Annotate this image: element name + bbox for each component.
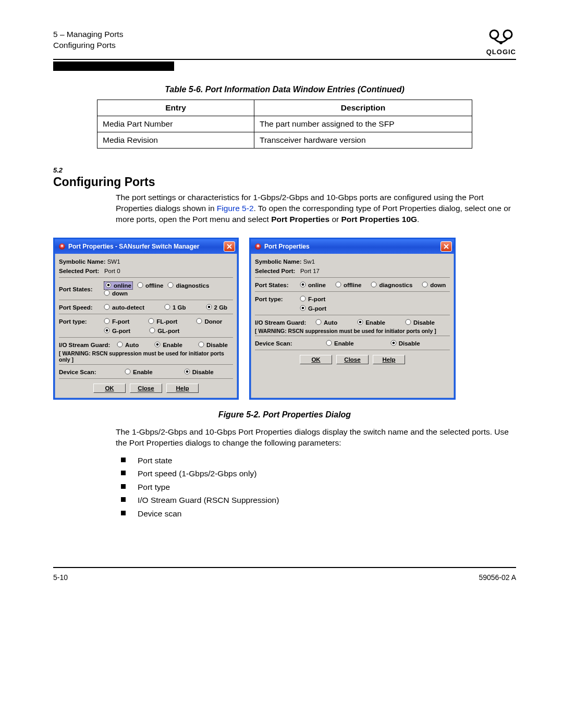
radio-option-Auto[interactable]: Auto: [315, 319, 337, 326]
radio-icon: [117, 341, 123, 349]
radio-label: online: [114, 282, 131, 289]
java-icon: [255, 243, 261, 250]
svg-point-8: [168, 282, 173, 288]
radio-option-FL-port[interactable]: FL-port: [148, 318, 177, 325]
radio-icon: [104, 318, 110, 325]
radio-option-GL-port[interactable]: GL-port: [149, 327, 179, 335]
radio-option-F-port[interactable]: F-port: [104, 318, 129, 325]
radio-option-Disable[interactable]: Disable: [198, 341, 228, 349]
radio-label: Disable: [399, 340, 420, 347]
list-item: I/O Stream Guard (RSCN Suppression): [116, 493, 516, 507]
radio-option-Disable[interactable]: Disable: [405, 319, 435, 326]
radio-option-Enable[interactable]: Enable: [326, 340, 354, 347]
radio-option-1-Gb[interactable]: 1 Gb: [164, 304, 186, 311]
selected-port-label: Selected Port:: [255, 268, 295, 274]
selected-port-label: Selected Port:: [59, 268, 99, 274]
table-header-row: Entry Description: [97, 100, 472, 116]
table-cell: Media Revision: [97, 132, 254, 149]
radio-option-down[interactable]: down: [104, 290, 128, 297]
svg-point-7: [138, 282, 143, 288]
list-item: Port type: [116, 480, 516, 494]
close-button-dlg[interactable]: Close: [130, 384, 162, 393]
radio-option-offline[interactable]: offline: [335, 281, 362, 289]
radio-option-diagnostics[interactable]: diagnostics: [167, 281, 209, 290]
section-number: 5.2: [53, 166, 516, 174]
port-speed-group: auto-detect1 Gb2 Gb: [104, 304, 233, 311]
radio-option-Enable[interactable]: Enable: [154, 341, 182, 349]
ok-button[interactable]: OK: [93, 384, 126, 393]
radio-icon: [422, 281, 428, 289]
table-row: Media Revision Transceiver hardware vers…: [97, 132, 472, 149]
device-scan-group: EnableDisable: [125, 368, 233, 376]
port-states-group: onlineofflinediagnosticsdown: [104, 281, 233, 297]
radio-label: Enable: [365, 319, 385, 326]
port-type-group-row2: G-port: [300, 305, 450, 312]
radio-icon: [198, 341, 204, 349]
radio-option-2-Gb[interactable]: 2 Gb: [206, 304, 228, 311]
radio-icon: [326, 340, 332, 347]
radio-option-down[interactable]: down: [422, 281, 446, 289]
help-button[interactable]: Help: [166, 384, 199, 393]
radio-selected-icon: [357, 319, 363, 326]
radio-icon: [137, 282, 143, 289]
device-scan-group: EnableDisable: [326, 340, 450, 347]
radio-option-online[interactable]: online: [104, 281, 133, 290]
close-button-dlg[interactable]: Close: [336, 355, 369, 364]
radio-option-offline[interactable]: offline: [137, 281, 164, 290]
radio-option-Disable[interactable]: Disable: [184, 368, 214, 376]
radio-icon: [104, 304, 110, 311]
radio-option-auto-detect[interactable]: auto-detect: [104, 304, 144, 311]
rscn-warning: [ WARNING: RSCN suppression must be used…: [59, 350, 233, 363]
radio-label: down: [112, 290, 128, 297]
svg-point-30: [302, 283, 304, 286]
svg-point-14: [104, 318, 109, 324]
radio-selected-icon: [206, 304, 212, 311]
table-cell: Media Part Number: [97, 116, 254, 132]
radio-option-Enable[interactable]: Enable: [357, 319, 385, 326]
close-icon: [444, 244, 449, 249]
radio-option-F-port[interactable]: F-port: [300, 295, 325, 303]
port-type-group-row1: F-portFL-portDonor: [104, 318, 233, 325]
symbolic-name-label: Symbolic Name:: [255, 258, 301, 265]
io-stream-guard-group: AutoEnableDisable: [315, 319, 450, 326]
para-2: The 1-Gbps/2-Gbps and 10-Gbps Port Prope…: [116, 427, 516, 449]
radio-selected-icon: [105, 282, 112, 289]
footer-rule: [53, 567, 516, 568]
dialog-titlebar[interactable]: Port Properties: [251, 239, 454, 254]
radio-option-online[interactable]: online: [300, 281, 326, 289]
close-icon: [227, 244, 232, 249]
radio-option-G-port[interactable]: G-port: [104, 327, 130, 335]
radio-label: Disable: [192, 369, 214, 375]
radio-option-G-port[interactable]: G-port: [300, 305, 326, 312]
symbolic-name-value: SW1: [107, 258, 120, 265]
close-button[interactable]: [224, 241, 235, 252]
dialog-titlebar[interactable]: Port Properties - SANsurfer Switch Manag…: [55, 239, 237, 254]
table-cell: The part number assigned to the SFP: [254, 116, 472, 132]
figure-link[interactable]: Figure 5-2: [217, 204, 254, 213]
radio-label: Auto: [324, 319, 337, 326]
radio-icon: [300, 295, 306, 303]
bullet-list: Port state Port speed (1-Gbps/2-Gbps onl…: [116, 454, 516, 521]
radio-option-Donor[interactable]: Donor: [196, 318, 222, 325]
dialog-title: Port Properties - SANsurfer Switch Manag…: [68, 243, 199, 250]
radio-label: Disable: [206, 342, 228, 348]
radio-option-Auto[interactable]: Auto: [117, 341, 139, 349]
ok-button[interactable]: OK: [300, 355, 332, 364]
header-chapter: 5 – Managing Ports: [53, 29, 123, 40]
svg-point-20: [117, 342, 123, 347]
radio-icon: [315, 319, 322, 326]
radio-option-Enable[interactable]: Enable: [125, 368, 153, 376]
radio-option-diagnostics[interactable]: diagnostics: [371, 281, 412, 289]
radio-icon: [149, 327, 155, 335]
svg-point-32: [371, 282, 376, 287]
radio-option-Disable[interactable]: Disable: [390, 340, 420, 347]
svg-point-15: [149, 318, 154, 324]
close-button[interactable]: [440, 241, 452, 252]
help-button[interactable]: Help: [373, 355, 405, 364]
radio-label: Auto: [125, 342, 139, 348]
radio-label: Disable: [413, 319, 435, 326]
port-states-label: Port States:: [59, 286, 101, 292]
radio-label: G-port: [308, 305, 326, 312]
svg-point-26: [186, 370, 188, 373]
table-header-desc: Description: [254, 100, 472, 116]
